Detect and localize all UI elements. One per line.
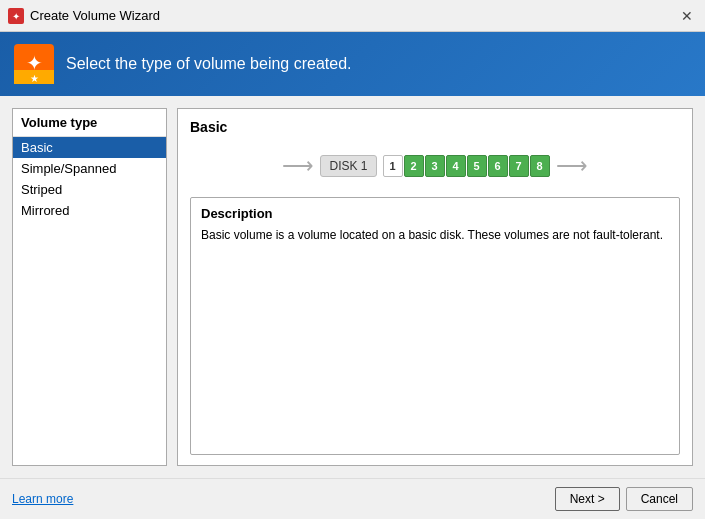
left-panel: Volume type Basic Simple/Spanned Striped… [12, 108, 167, 466]
close-button[interactable]: ✕ [677, 6, 697, 26]
segment-2: 2 [404, 155, 424, 177]
panel-header: Volume type [13, 109, 166, 137]
svg-text:★: ★ [30, 73, 39, 84]
wizard-icon: ✦ [8, 8, 24, 24]
title-bar-left: ✦ Create Volume Wizard [8, 8, 160, 24]
title-text: Create Volume Wizard [30, 8, 160, 23]
header-banner: ✦ ★ Select the type of volume being crea… [0, 32, 705, 96]
description-title: Description [201, 206, 669, 221]
segment-5: 5 [467, 155, 487, 177]
segment-4: 4 [446, 155, 466, 177]
next-button[interactable]: Next > [555, 487, 620, 511]
arrow-right-icon: ⟶ [556, 153, 588, 179]
title-bar: ✦ Create Volume Wizard ✕ [0, 0, 705, 32]
disk-diagram: ⟶ DISK 1 1 2 3 4 5 6 7 8 ⟶ [190, 145, 680, 187]
volume-item-striped[interactable]: Striped [13, 179, 166, 200]
footer: Learn more Next > Cancel [0, 478, 705, 519]
footer-buttons: Next > Cancel [555, 487, 693, 511]
disk-segments: 1 2 3 4 5 6 7 8 [383, 155, 550, 177]
description-box: Description Basic volume is a volume loc… [190, 197, 680, 455]
right-title: Basic [190, 119, 680, 135]
learn-more-link[interactable]: Learn more [12, 492, 73, 506]
disk-label: DISK 1 [320, 155, 376, 177]
cancel-button[interactable]: Cancel [626, 487, 693, 511]
volume-item-mirrored[interactable]: Mirrored [13, 200, 166, 221]
segment-7: 7 [509, 155, 529, 177]
segment-3: 3 [425, 155, 445, 177]
description-text: Basic volume is a volume located on a ba… [201, 227, 669, 244]
segment-1: 1 [383, 155, 403, 177]
right-panel: Basic ⟶ DISK 1 1 2 3 4 5 6 7 8 ⟶ Descrip… [177, 108, 693, 466]
segment-8: 8 [530, 155, 550, 177]
volume-list: Basic Simple/Spanned Striped Mirrored [13, 137, 166, 465]
arrow-left-icon: ⟶ [282, 153, 314, 179]
volume-item-basic[interactable]: Basic [13, 137, 166, 158]
main-content: Volume type Basic Simple/Spanned Striped… [0, 96, 705, 478]
svg-text:✦: ✦ [12, 11, 20, 22]
banner-text: Select the type of volume being created. [66, 55, 352, 73]
banner-icon: ✦ ★ [14, 44, 54, 84]
segment-6: 6 [488, 155, 508, 177]
volume-item-simple-spanned[interactable]: Simple/Spanned [13, 158, 166, 179]
